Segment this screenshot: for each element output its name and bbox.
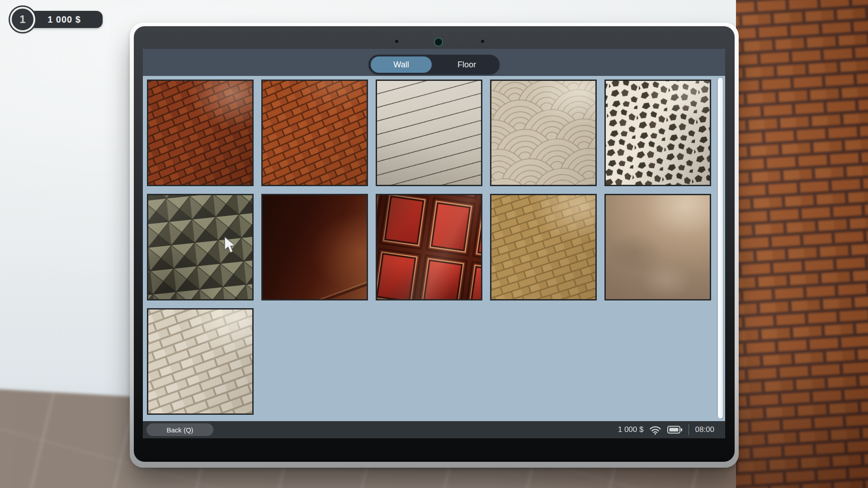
tablet-bottom-bar: Back (Q) 1 000 $	[143, 421, 725, 438]
wall-floor-tab-switch: WallFloor	[368, 55, 500, 75]
material-tile-wall-plaster-brown[interactable]	[604, 194, 711, 300]
material-tile-wall-brick-tan[interactable]	[490, 194, 597, 300]
material-grid	[147, 80, 714, 418]
hud-money-pill: 1 000 $	[26, 11, 103, 28]
status-clock: 08:00	[695, 425, 714, 434]
material-catalog	[143, 76, 725, 421]
game-viewport: 1 000 $ 1 WallFloor	[0, 0, 868, 488]
back-button[interactable]: Back (Q)	[146, 423, 213, 436]
material-tile-wall-planks-white-diagonal[interactable]	[376, 80, 482, 186]
status-cluster: 1 000 $ 08:00	[618, 424, 714, 435]
status-money: 1 000 $	[618, 425, 644, 434]
material-tile-wall-panel-3d-olive[interactable]	[147, 194, 254, 300]
category-header-bar: WallFloor	[143, 49, 725, 76]
material-tile-wall-wood-mahogany[interactable]	[261, 194, 368, 300]
tablet-device: WallFloor Back (Q) 1 000 $	[130, 23, 739, 468]
material-tile-wall-tile-scallop-beige[interactable]	[490, 80, 597, 186]
microphone-dot-icon	[395, 40, 398, 43]
hud-slot-circle: 1	[10, 7, 35, 32]
microphone-dot-icon	[481, 40, 484, 43]
room-brick-wall	[736, 0, 868, 488]
catalog-scrollbar[interactable]	[718, 78, 723, 418]
material-tile-wall-mosaic-dark-pentagon[interactable]	[604, 80, 711, 186]
hud-slot-number: 1	[19, 13, 25, 26]
tab-floor[interactable]: Floor	[436, 56, 497, 73]
battery-icon	[667, 426, 683, 434]
hud-money-value: 1 000 $	[47, 14, 81, 25]
material-tile-wall-brick-red-dark-diagonal[interactable]	[147, 80, 254, 186]
tablet-bezel: WallFloor Back (Q) 1 000 $	[134, 26, 735, 462]
hud-money-badge: 1 000 $ 1	[5, 5, 109, 34]
material-tile-wall-brick-white[interactable]	[147, 308, 254, 415]
tab-wall[interactable]: Wall	[371, 56, 432, 73]
material-tile-wall-brick-red-diagonal[interactable]	[261, 80, 368, 186]
status-divider	[689, 424, 689, 435]
wifi-icon	[649, 425, 661, 435]
material-tile-wall-door-panels-red[interactable]	[376, 194, 482, 300]
tablet-screen: WallFloor Back (Q) 1 000 $	[143, 49, 725, 438]
brick-wall-shading	[736, 0, 868, 488]
webcam-icon	[434, 38, 443, 47]
